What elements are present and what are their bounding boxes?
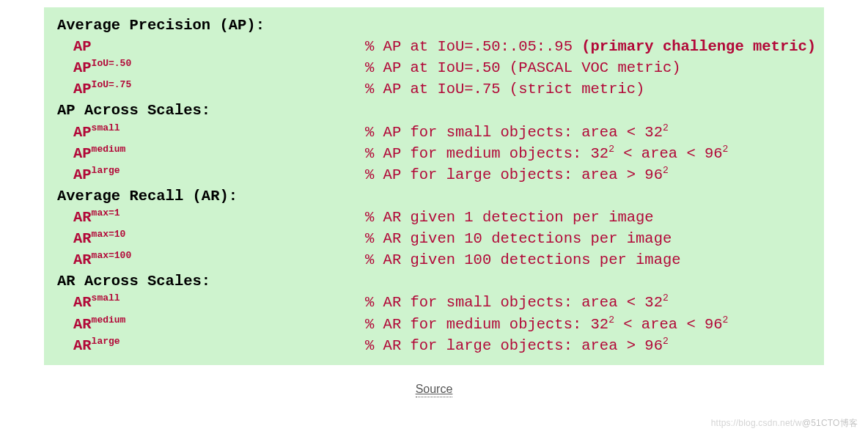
metric-row: APsmall% AP for small objects: area < 32…: [57, 122, 811, 143]
metric-label: ARmax=10: [57, 228, 125, 249]
section-heading: AP Across Scales:: [57, 100, 811, 121]
metric-row: ARsmall% AR for small objects: area < 32…: [57, 292, 811, 313]
metric-description: % AP at IoU=.75 (strict metric): [365, 78, 644, 100]
metric-description: % AR for large objects: area > 962: [365, 335, 669, 356]
source-caption: Source: [44, 383, 824, 397]
metric-row: ARmax=10% AR given 10 detections per ima…: [57, 228, 811, 249]
metric-label: ARmax=100: [57, 249, 131, 271]
metric-description: % AP for small objects: area < 322: [365, 122, 669, 143]
metric-label: ARsmall: [57, 292, 120, 313]
metric-description: % AR for medium objects: 322 < area < 96…: [365, 314, 728, 335]
metric-row: ARmax=1% AR given 1 detection per image: [57, 207, 811, 228]
metric-label: APIoU=.75: [57, 78, 131, 100]
metric-description: % AR for small objects: area < 322: [365, 292, 669, 313]
metric-label: APsmall: [57, 122, 120, 143]
metric-row: APIoU=.75% AP at IoU=.75 (strict metric): [57, 78, 811, 100]
source-link[interactable]: Source: [416, 383, 453, 397]
metric-description: % AR given 10 detections per image: [365, 228, 672, 249]
page: Average Precision (AP):AP% AP at IoU=.50…: [0, 0, 868, 397]
watermark: https://blog.csdn.net/w@51CTO博客: [711, 417, 858, 430]
metric-row: ARmedium% AR for medium objects: 322 < a…: [57, 314, 811, 335]
metric-description: % AP for medium objects: 322 < area < 96…: [365, 143, 728, 164]
metric-row: APmedium% AP for medium objects: 322 < a…: [57, 143, 811, 164]
metric-label: APIoU=.50: [57, 57, 131, 78]
section-heading: Average Precision (AP):: [57, 15, 811, 36]
metric-row: APlarge% AP for large objects: area > 96…: [57, 164, 811, 185]
metrics-panel: Average Precision (AP):AP% AP at IoU=.50…: [44, 7, 824, 365]
metric-row: APIoU=.50% AP at IoU=.50 (PASCAL VOC met…: [57, 57, 811, 78]
metric-row: ARmax=100% AR given 100 detections per i…: [57, 249, 811, 271]
metric-label: ARmedium: [57, 314, 125, 335]
metric-row: AP% AP at IoU=.50:.05:.95 (primary chall…: [57, 36, 811, 57]
metric-label: AP: [57, 36, 92, 57]
metric-label: APlarge: [57, 164, 120, 185]
metric-description: % AR given 100 detections per image: [365, 249, 681, 271]
metric-label: ARmax=1: [57, 207, 120, 228]
metric-description: % AP for large objects: area > 962: [365, 164, 669, 185]
section-heading: AR Across Scales:: [57, 271, 811, 292]
section-heading: Average Recall (AR):: [57, 185, 811, 207]
metric-description: % AR given 1 detection per image: [365, 207, 654, 228]
metric-row: ARlarge% AR for large objects: area > 96…: [57, 335, 811, 356]
metric-label: APmedium: [57, 143, 125, 164]
metric-description: % AP at IoU=.50:.05:.95 (primary challen…: [365, 36, 816, 57]
metric-label: ARlarge: [57, 335, 120, 356]
metric-description: % AP at IoU=.50 (PASCAL VOC metric): [365, 57, 681, 78]
